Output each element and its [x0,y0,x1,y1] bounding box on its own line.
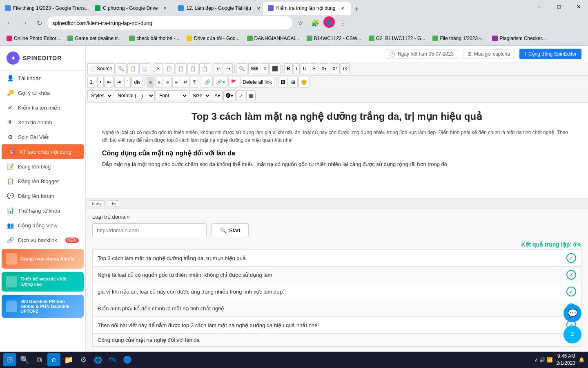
text-direction-btn[interactable]: ↵ [181,77,190,88]
paste-word-button[interactable]: 📋 [199,63,210,74]
spellcheck-button[interactable]: ⌨ [248,63,260,74]
tab-google-drive[interactable]: C phương - Google Drive ✕ [90,2,173,15]
clear-format-button[interactable]: I× [341,63,350,74]
minimize-button[interactable]: ─ [530,0,549,13]
template-button[interactable]: 🔍 [116,63,127,74]
show-blocks-button[interactable]: ▦ [246,90,256,101]
bookmark-drive[interactable]: Drive của tôi - Goo... [183,34,243,43]
size-select[interactable]: Size [189,90,211,101]
paste-text-button[interactable]: 📃 [139,63,150,74]
facebook-community-button[interactable]: f Cộng đồng SpinEditor [519,49,581,59]
bookmark-game-bet[interactable]: Game bet dealine tr... [64,34,125,43]
bg-color-button[interactable]: 🅐▾ [223,90,236,101]
align-left-button[interactable]: ≡ [147,77,154,88]
strikethrough-button[interactable]: S [310,63,318,74]
decrease-indent-button[interactable]: ⇤ [105,77,114,88]
link-button[interactable]: 🔗 [202,77,213,88]
web-design-ad[interactable]: Thiết kế website chất lượng cao [2,272,84,292]
notification-icon[interactable]: 🔔 [579,357,585,363]
undo-button[interactable]: ↩ [214,63,223,74]
messenger-button[interactable]: 💬 [564,304,581,322]
forward-button[interactable]: → [18,16,31,29]
font-select[interactable]: Font [156,90,188,101]
ordered-list-button[interactable]: 1. [87,77,96,88]
sidebar-item-spin-bai-viet[interactable]: ⚙ Spin Bài Viết [0,130,85,144]
select-all-button[interactable]: ⬛ [270,63,281,74]
align-justify-button[interactable]: ≡ [172,77,180,88]
format-button[interactable]: ≡ [261,63,269,74]
maximize-button[interactable]: □ [550,0,568,13]
sidebar-item-kiem-tra-ten-mien[interactable]: ✔ Kiểm tra tên miền [0,100,85,115]
start-menu-button[interactable]: ⊞ [3,353,16,366]
underline-button[interactable]: U [301,63,309,74]
subscript-button[interactable]: X₂ [319,63,329,74]
sidebar-item-thu-hang-tu-khoa[interactable]: 📊 Thứ hạng từ khóa [0,203,85,218]
tab-close-btn[interactable]: ✕ [339,5,346,11]
extra-taskbar[interactable]: 🔵 [121,353,134,366]
sidebar-item-tai-khoan[interactable]: 👤 Tài khoản [0,71,85,85]
styles-select[interactable]: Styles [87,90,113,101]
sidebar-item-cong-dong-view[interactable]: 👥 Cộng đồng View [0,218,85,233]
paste-button[interactable]: 📋 [176,63,187,74]
bold-button[interactable]: B [284,63,293,74]
explorer-taskbar[interactable]: 📁 [62,353,75,366]
bookmark-photo-editor[interactable]: Online Photo Editor... [3,34,63,43]
emoji-button[interactable]: 😊 [298,77,310,88]
profile-icon[interactable]: 👤 [323,16,335,28]
bookmark-g2b11[interactable]: G2_B11WC1122 - G... [365,34,429,43]
copy-button[interactable]: 📋 [127,63,138,74]
address-bar[interactable] [47,16,292,29]
refresh-button[interactable]: ↻ [33,16,46,29]
increase-indent-button[interactable]: ⇥ [114,77,123,88]
captcha-button[interactable]: ⊞ Mua gói captcha [463,49,514,59]
tab-close-btn[interactable]: ✕ [255,5,262,11]
start-button[interactable]: 🔍 Start [212,223,249,237]
bookmark-danhgia[interactable]: DANHGIANHACAI... [244,34,303,43]
sidebar-item-dang-len-blog[interactable]: 📝 Đăng lên blog [0,159,85,174]
unordered-list-button[interactable]: • [97,77,104,88]
sidebar-item-dang-len-forum[interactable]: 💬 Đăng lên forum [0,188,85,203]
flag-button[interactable]: 🚩 [228,77,239,88]
tab-google-docs[interactable]: 12. Làm đẹp - Google Tài liệu ✕ [173,2,263,15]
italic-button[interactable]: I [294,63,300,74]
sidebar-item-dich-vu-backlink[interactable]: 🔗 Dịch vụ backlink NEW [0,233,85,247]
new-tab-button[interactable]: + [351,3,362,15]
menu-icon[interactable]: ⋮ [336,16,350,29]
normal-select[interactable]: Normal (…) [114,90,155,101]
delete-all-link-button[interactable]: Delete all link [240,77,274,88]
bookmark-plagiarism[interactable]: Plagiarism Checker... [489,34,549,43]
bookmark-check-bai-tho[interactable]: check bài thơ bé -... [126,34,183,43]
source-button[interactable]: 📄 Source [87,63,115,74]
unlink-button[interactable]: 🔗× [214,77,227,88]
sidebar-item-goi-y-tu-khoa[interactable]: 🔑 Gợi ý từ khóa [0,85,85,100]
store-taskbar[interactable]: 🛍 [106,353,119,366]
extensions-icon[interactable]: 🧩 [309,16,322,29]
copy2-button[interactable]: 📋 [164,63,175,74]
close-button[interactable]: ✕ [569,0,588,13]
search-taskbar-button[interactable]: 🔍 [18,353,31,366]
settings-taskbar[interactable]: ⚙ [77,353,90,366]
editor-content[interactable]: Top 3 cách làm mặt nạ nghệ dưỡng trắng d… [86,103,588,198]
taskview-button[interactable]: ⧉ [33,353,46,366]
redo-button[interactable]: ↪ [224,63,233,74]
superscript-button[interactable]: X² [330,63,340,74]
align-center-button[interactable]: ≡ [155,77,163,88]
align-right-button[interactable]: ≡ [164,77,172,88]
div-button[interactable]: div [131,77,143,88]
zalo-button[interactable]: Z [564,325,581,343]
font-color-button[interactable]: A▾ [212,90,223,101]
maximize-button[interactable]: ⤢ [236,90,245,101]
exclude-domain-input[interactable] [92,223,207,237]
cut-button[interactable]: ✂ [154,63,163,74]
tab-close-btn[interactable]: ✕ [162,5,168,11]
table-button[interactable]: ⊞ [289,77,298,88]
tab-spineditor[interactable]: Kiểm tra trùng lặp nội dung ✕ [263,2,351,15]
blockquote-button[interactable]: " [124,77,131,88]
bookmark-file-thang[interactable]: File tháng 1/2023 -... [429,34,488,43]
paragraph-button[interactable]: ¶ [191,77,198,88]
backlink-ad[interactable]: 300 Backlink PR Báo Global & PBN Backlin… [2,295,84,318]
sidebar-item-xem-tin-nhanh[interactable]: 👁 Xem tin nhanh [0,115,85,130]
tab-google-trans[interactable]: File tháng 1/2023 - Google Trans... ✕ [0,2,90,15]
image-button[interactable]: 🖼 [278,77,288,88]
back-button[interactable]: ← [3,16,16,29]
